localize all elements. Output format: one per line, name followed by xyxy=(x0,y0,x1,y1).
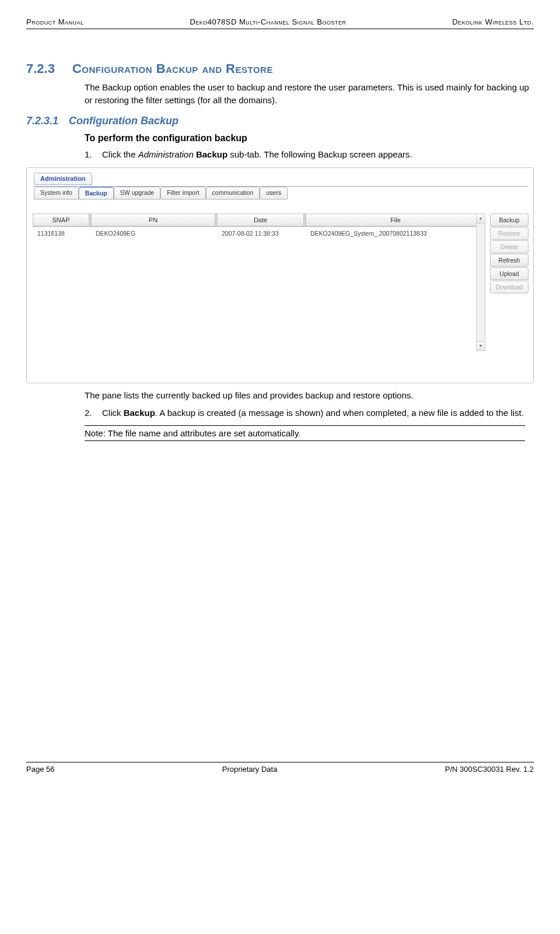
section-title: Configuration Backup and Restore xyxy=(72,61,273,76)
subtab-system-info[interactable]: System info xyxy=(34,187,79,200)
restore-button[interactable]: Restore xyxy=(490,227,528,240)
footer-right: P/N 300SC30031 Rev. 1.2 xyxy=(445,765,534,774)
subsection-number: 7.2.3.1 xyxy=(26,115,58,127)
footer-center: Proprietary Data xyxy=(222,765,278,774)
col-snap[interactable]: SNAP xyxy=(33,214,89,226)
step-1: 1. Click the Administration Backup sub-t… xyxy=(85,148,534,161)
backup-table: SNAP PN Date File 11316138 DEKO2409EG 20… xyxy=(33,214,485,351)
action-button-column: Backup Restore Delete Refresh Upload Dow… xyxy=(490,214,528,293)
step-1-text: Click the Administration Backup sub-tab.… xyxy=(102,148,412,161)
cell-snap: 11316138 xyxy=(33,229,89,238)
col-date[interactable]: Date xyxy=(217,214,303,226)
table-header-row: SNAP PN Date File xyxy=(33,214,485,227)
step-1-bold: Backup xyxy=(196,149,228,159)
subtab-filter-import[interactable]: Filter import xyxy=(160,187,205,200)
cell-pn: DEKO2409EG xyxy=(91,229,215,238)
delete-button[interactable]: Delete xyxy=(490,240,528,253)
page-footer: Page 56 Proprietary Data P/N 300SC30031 … xyxy=(26,762,534,774)
cell-date: 2007-08-02 11:38:33 xyxy=(217,229,303,238)
step-2: 2. Click Backup. A backup is created (a … xyxy=(85,407,534,419)
page-header: Product Manual Deko4078SD Multi-Channel … xyxy=(26,18,534,29)
subtab-communication[interactable]: communication xyxy=(206,187,260,200)
procedure-heading: To perform the configuration backup xyxy=(85,133,534,144)
scroll-up-icon[interactable]: ▴ xyxy=(477,214,485,223)
embedded-screenshot: Administration System info Backup SW upg… xyxy=(26,167,534,383)
step-2-text: Click Backup. A backup is created (a mes… xyxy=(102,407,524,419)
footer-left: Page 56 xyxy=(26,765,54,774)
scroll-down-icon[interactable]: ▾ xyxy=(477,341,485,351)
backup-button[interactable]: Backup xyxy=(490,214,528,226)
step-1-suffix: sub-tab. The following Backup screen app… xyxy=(228,149,412,159)
subtab-bar: System info Backup SW upgrade Filter imp… xyxy=(34,186,528,200)
section-intro: The Backup option enables the user to ba… xyxy=(85,81,534,107)
step-2-suffix: . A backup is created (a message is show… xyxy=(155,408,524,418)
after-image-text: The pane lists the currently backed up f… xyxy=(85,389,534,402)
note-block: Note: The file name and attributes are s… xyxy=(85,425,525,441)
vertical-scrollbar[interactable]: ▴ ▾ xyxy=(476,214,485,351)
step-1-number: 1. xyxy=(85,148,95,161)
upload-button[interactable]: Upload xyxy=(490,267,528,280)
refresh-button[interactable]: Refresh xyxy=(490,254,528,267)
section-number: 7.2.3 xyxy=(26,61,55,76)
col-pn[interactable]: PN xyxy=(91,214,215,226)
step-2-number: 2. xyxy=(85,407,95,419)
header-left: Product Manual xyxy=(26,18,84,26)
step-2-bold: Backup xyxy=(124,408,155,418)
step-1-prefix: Click the xyxy=(102,149,138,159)
table-row[interactable]: 11316138 DEKO2409EG 2007-08-02 11:38:33 … xyxy=(33,227,485,240)
header-right: Dekolink Wireless Ltd. xyxy=(452,18,534,26)
col-file[interactable]: File xyxy=(306,214,485,226)
cell-file: DEKO2409EG_System_.20070802113833 xyxy=(306,229,485,238)
subsection-title: Configuration Backup xyxy=(69,115,178,127)
subtab-users[interactable]: users xyxy=(260,187,288,200)
header-center: Deko4078SD Multi-Channel Signal Booster xyxy=(190,18,346,26)
subtab-sw-upgrade[interactable]: SW upgrade xyxy=(114,187,160,200)
step-2-prefix: Click xyxy=(102,408,124,418)
download-button[interactable]: Download xyxy=(490,281,528,293)
tab-administration[interactable]: Administration xyxy=(34,173,92,185)
step-1-italic: Administration xyxy=(138,149,196,159)
subtab-backup[interactable]: Backup xyxy=(79,187,114,200)
